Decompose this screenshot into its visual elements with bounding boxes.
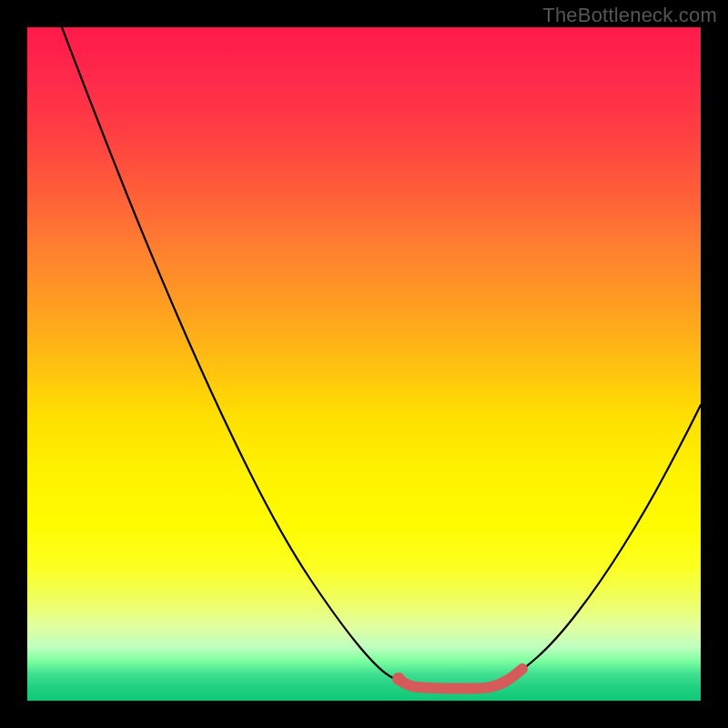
highlight-segment xyxy=(399,669,522,689)
chart-svg xyxy=(27,27,701,701)
main-curve xyxy=(62,27,701,687)
plot-area xyxy=(27,27,701,701)
watermark-text: TheBottleneck.com xyxy=(542,4,717,27)
highlight-dot xyxy=(392,672,405,685)
